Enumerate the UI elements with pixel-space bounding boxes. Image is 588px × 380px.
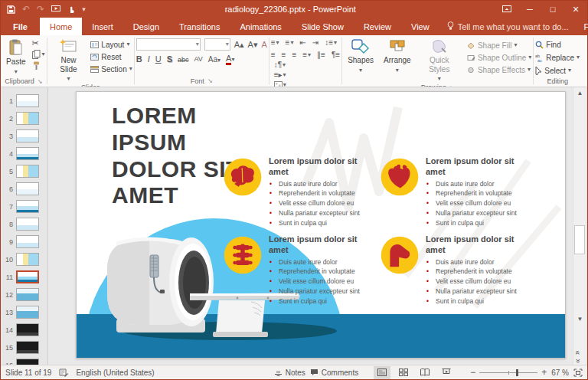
slide-thumbnail-5[interactable]: 5 <box>1 162 47 180</box>
slide-thumbnail-3[interactable]: 3 <box>1 127 47 145</box>
tab-design[interactable]: Design <box>123 18 169 35</box>
arrange-button[interactable]: Arrange ▾ <box>380 38 415 75</box>
zoom-slider-thumb[interactable] <box>516 369 518 376</box>
justify-icon[interactable]: ≡▾ <box>302 51 311 59</box>
slide-show-view-icon[interactable] <box>438 366 455 379</box>
decrease-indent-icon[interactable]: ⇤ <box>299 39 305 47</box>
thumbnail-preview[interactable] <box>16 165 39 178</box>
shrink-font-icon[interactable]: A▾ <box>248 41 258 49</box>
bold-button[interactable]: B <box>136 55 142 64</box>
slide-thumbnail-8[interactable]: 8 <box>1 215 47 233</box>
thumbnail-preview[interactable] <box>16 341 39 354</box>
select-button[interactable]: Select▾ <box>535 66 571 76</box>
thumbnail-preview[interactable] <box>16 147 39 160</box>
change-case-button[interactable]: Aa▾ <box>208 56 220 64</box>
scroll-up-icon[interactable]: ▲ <box>573 87 586 99</box>
fit-slide-to-window-icon[interactable] <box>573 369 583 377</box>
underline-button[interactable]: U <box>155 55 162 64</box>
touch-mouse-mode-icon[interactable] <box>67 5 75 14</box>
slide-thumbnail-12[interactable]: 12 <box>1 286 47 303</box>
slide-thumbnail-9[interactable]: 9 <box>1 233 47 251</box>
content-block-heart[interactable]: Lorem ipsum dolor sit amet Duis aute iru… <box>379 156 529 228</box>
slide-thumbnail-4[interactable]: 4 <box>1 145 47 162</box>
shape-effects-button[interactable]: Shape Effects▾ <box>467 65 531 75</box>
line-spacing-icon[interactable]: ↕≡▾ <box>325 39 337 47</box>
shapes-button[interactable]: Shapes ▾ <box>344 38 377 75</box>
character-spacing-button[interactable]: AV <box>194 56 203 63</box>
slide-thumbnail-16[interactable]: 16 <box>1 356 47 365</box>
next-slide-icon[interactable]: « <box>576 359 580 363</box>
slide-thumbnail-6[interactable]: 6 <box>1 180 47 198</box>
zoom-control[interactable]: − + <box>470 367 547 378</box>
tab-file[interactable]: File <box>1 18 40 35</box>
columns-icon[interactable]: ∥≡ <box>317 51 325 59</box>
thumbnail-preview[interactable] <box>16 323 39 336</box>
content-block-spine[interactable]: Lorem ipsum dolor sit amet Duis aute iru… <box>222 234 372 306</box>
slide-canvas[interactable]: LOREM IPSUM DOLOR SIT AMET Lorem ipsum d… <box>76 91 566 359</box>
thumbnail-preview[interactable] <box>16 94 39 107</box>
shape-fill-button[interactable]: Shape Fill▾ <box>467 41 531 51</box>
align-right-icon[interactable]: ≡ <box>292 51 296 59</box>
slide-indicator[interactable]: Slide 11 of 19 <box>5 369 51 377</box>
shape-outline-button[interactable]: Shape Outline▾ <box>467 53 531 63</box>
vertical-scrollbar[interactable]: ▲ ▼ « « <box>573 87 586 365</box>
tab-slide-show[interactable]: Slide Show <box>292 18 354 35</box>
font-color-button[interactable]: A▾ <box>226 54 234 65</box>
new-slide-button[interactable]: New Slide ▾ <box>49 38 89 84</box>
cut-icon[interactable]: ✂ <box>32 39 45 48</box>
slide-thumbnail-11[interactable]: 11 <box>1 268 47 286</box>
tab-animations[interactable]: Animations <box>230 18 291 35</box>
thumbnail-preview[interactable] <box>16 253 39 266</box>
convert-to-smartart-icon[interactable]: ▾ <box>274 81 340 87</box>
layout-button[interactable]: Layout▾ <box>90 40 132 50</box>
user-name[interactable]: Farshad Iqbal <box>577 18 588 35</box>
replace-button[interactable]: abac Replace▾ <box>535 53 580 63</box>
zoom-percent[interactable]: 67 % <box>551 369 569 377</box>
comments-button[interactable]: Comments <box>310 369 358 377</box>
find-button[interactable]: Find <box>535 40 560 50</box>
thumbnail-preview[interactable] <box>16 235 39 248</box>
clear-formatting-icon[interactable]: A <box>261 41 266 49</box>
content-block-arm[interactable]: Lorem ipsum dolor sit amet Duis aute iru… <box>379 234 529 306</box>
slide-thumbnail-14[interactable]: 14 <box>1 321 47 339</box>
zoom-slider-track[interactable] <box>479 372 537 373</box>
align-text-icon[interactable]: ≡▸▾ <box>274 71 340 79</box>
scrollbar-thumb[interactable] <box>574 225 585 254</box>
align-left-icon[interactable]: ≡ <box>271 51 276 59</box>
thumbnail-preview[interactable] <box>16 359 39 365</box>
scroll-down-icon[interactable]: ▼ <box>573 313 586 325</box>
slide-sorter-view-icon[interactable] <box>395 366 412 379</box>
proofing-icon[interactable] <box>59 369 68 377</box>
slide-thumbnail-1[interactable]: 1 <box>1 92 47 110</box>
ribbon-display-options-icon[interactable] <box>495 1 518 18</box>
tab-home[interactable]: Home <box>40 18 82 35</box>
slide-thumbnail-13[interactable]: 13 <box>1 303 47 321</box>
quick-styles-button[interactable]: Quick Styles ▾ <box>417 38 462 84</box>
section-button[interactable]: Section▾ <box>90 64 132 74</box>
thumbnail-preview[interactable] <box>16 306 39 319</box>
tab-review[interactable]: Review <box>354 18 401 35</box>
font-dialog-launcher-icon[interactable]: ↘ <box>207 77 213 84</box>
save-icon[interactable] <box>7 5 15 14</box>
slide-thumbnail-15[interactable]: 15 <box>1 339 47 356</box>
paste-button[interactable]: Paste ▾ <box>2 38 30 77</box>
clipboard-dialog-launcher-icon[interactable]: ↘ <box>38 78 43 85</box>
thumbnail-preview[interactable] <box>16 112 39 125</box>
font-name-combo[interactable]: ▾ <box>136 38 201 51</box>
maximize-icon[interactable]: □ <box>541 1 564 18</box>
thumbnail-preview[interactable] <box>16 200 39 213</box>
thumbnail-preview[interactable] <box>16 288 39 301</box>
zoom-in-icon[interactable]: + <box>541 367 547 378</box>
language-indicator[interactable]: English (United States) <box>76 369 154 377</box>
normal-view-icon[interactable] <box>374 366 390 379</box>
close-icon[interactable]: × <box>564 1 587 18</box>
reading-view-icon[interactable] <box>416 366 433 379</box>
bullets-icon[interactable]: ≡▾ <box>271 39 279 47</box>
format-painter-icon[interactable] <box>32 61 45 70</box>
previous-slide-icon[interactable]: « <box>576 350 580 354</box>
notes-button[interactable]: Notes <box>274 369 305 377</box>
numbering-icon[interactable]: ≡▾ <box>286 39 294 47</box>
text-direction-icon[interactable]: ¶≡ <box>332 51 340 59</box>
slide-thumbnail-2[interactable]: 2 <box>1 110 47 127</box>
slide-title[interactable]: LOREM IPSUM DOLOR SIT AMET <box>112 103 240 209</box>
